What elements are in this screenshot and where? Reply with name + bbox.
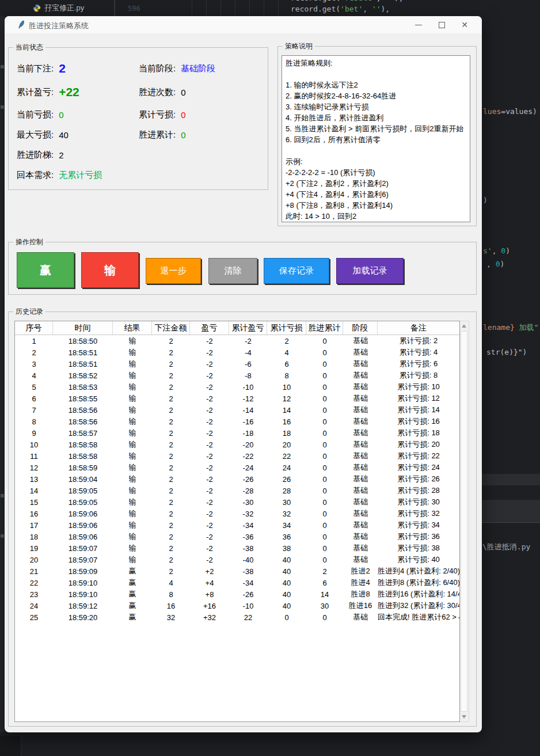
tool-strip-icon[interactable] <box>1 105 4 109</box>
cell-value: 0 <box>322 556 326 564</box>
history-row[interactable]: 1918:59:07输2-2-38380基础累计亏损: 38 <box>15 542 459 554</box>
history-row[interactable]: 1518:59:05输2-2-30300基础累计亏损: 30 <box>15 496 459 508</box>
history-cell: 基础 <box>343 335 378 347</box>
cell-value: -2 <box>245 337 252 345</box>
history-cell: 22 <box>15 577 53 588</box>
history-row[interactable]: 618:58:55输2-2-12120基础累计亏损: 12 <box>15 393 459 404</box>
history-row[interactable]: 2218:59:10赢4+4-34406胜进4胜进到8 (累计盈利: 6/40) <box>15 577 459 588</box>
history-cell: 14 <box>15 485 53 496</box>
history-cell: 5 <box>15 381 53 393</box>
load-record-button[interactable]: 加载记录 <box>336 258 404 284</box>
history-row[interactable]: 2318:59:10赢8+8-264014胜进8胜进到16 (累计盈利: 14/… <box>15 588 459 600</box>
status-item-right-0: 当前阶段:基础阶段 <box>139 60 215 77</box>
lose-button[interactable]: 输 <box>81 252 139 288</box>
history-row[interactable]: 818:58:56输2-2-16160基础累计亏损: 16 <box>15 416 459 427</box>
save-record-button[interactable]: 保存记录 <box>264 258 329 284</box>
history-row[interactable]: 318:58:51输2-2-660基础累计亏损: 6 <box>15 358 459 370</box>
cell-value: 28 <box>283 487 291 495</box>
code-token: \胜进抵消.py <box>482 542 530 551</box>
cell-value: 18:58:58 <box>69 452 98 461</box>
cell-value: 16 <box>30 510 38 518</box>
history-cell: 2 <box>152 462 190 473</box>
column-header-5[interactable]: 累计盈亏 <box>229 321 267 335</box>
step-back-button[interactable]: 退一步 <box>146 258 201 284</box>
column-header-8[interactable]: 阶段 <box>343 321 378 335</box>
history-row[interactable]: 1818:59:06输2-2-36360基础累计亏损: 36 <box>15 531 459 542</box>
scroll-up-button[interactable] <box>460 321 468 330</box>
history-row[interactable]: 2518:59:20赢32+322200基础回本完成! 胜进累计62 > 40 <box>15 611 459 623</box>
cell-value: -2 <box>206 475 213 484</box>
scroll-down-button[interactable] <box>460 712 468 721</box>
column-header-4[interactable]: 盈亏 <box>190 321 229 335</box>
history-row[interactable]: 2118:59:09赢2+2-38402胜进2胜进到4 (累计盈利: 2/40) <box>15 565 459 577</box>
history-row[interactable]: 1018:58:58输2-2-20200基础累计亏损: 20 <box>15 439 459 450</box>
history-cell: 0 <box>306 450 343 462</box>
ide-panel-splitter[interactable] <box>114 0 115 16</box>
close-button[interactable]: ✕ <box>453 16 476 33</box>
strategy-group-title: 策略说明 <box>283 41 315 51</box>
code-token: ) <box>483 196 488 204</box>
scrollbar-thumb[interactable] <box>461 331 467 712</box>
cell-value: 0 <box>284 613 288 622</box>
cell-value: -2 <box>206 498 213 507</box>
history-row[interactable]: 1418:59:05输2-2-28280基础累计亏损: 28 <box>15 485 459 496</box>
history-cell: 18:59:06 <box>53 519 113 531</box>
cell-value: 22 <box>283 452 291 461</box>
history-row[interactable]: 118:58:50输2-2-220基础累计亏损: 2 <box>15 335 459 347</box>
history-cell: 14 <box>267 404 306 416</box>
history-cell: -2 <box>190 427 229 439</box>
history-row[interactable]: 1618:59:06输2-2-32320基础累计亏损: 32 <box>15 508 459 519</box>
tool-strip-icon[interactable] <box>1 494 4 497</box>
column-header-6[interactable]: 累计亏损 <box>267 321 306 335</box>
table-scrollbar[interactable] <box>460 321 469 722</box>
history-row[interactable]: 418:58:52输2-2-880基础累计亏损: 8 <box>15 370 459 381</box>
history-row[interactable]: 518:58:53输2-2-10100基础累计亏损: 10 <box>15 381 459 393</box>
history-cell: -2 <box>190 393 229 404</box>
history-row[interactable]: 1218:58:59输2-2-24240基础累计亏损: 24 <box>15 462 459 473</box>
history-cell: 2 <box>152 358 190 370</box>
cell-value: 2 <box>322 567 326 576</box>
history-row[interactable]: 1318:59:04输2-2-26260基础累计亏损: 26 <box>15 473 459 485</box>
column-header-0[interactable]: 序号 <box>15 321 53 335</box>
history-cell: 18:58:56 <box>53 404 113 416</box>
tool-strip-icon[interactable] <box>1 534 4 538</box>
history-cell: -10 <box>229 381 267 393</box>
cell-value: 14 <box>321 590 329 599</box>
history-row[interactable]: 918:58:57输2-2-18180基础累计亏损: 18 <box>15 427 459 439</box>
column-header-1[interactable]: 时间 <box>53 321 113 335</box>
history-row[interactable]: 1118:58:58输2-2-22220基础累计亏损: 22 <box>15 450 459 462</box>
column-header-2[interactable]: 结果 <box>113 321 152 335</box>
history-cell: -2 <box>190 462 229 473</box>
history-cell: 18 <box>267 427 306 439</box>
cell-value: 输 <box>129 474 136 484</box>
maximize-button[interactable] <box>430 16 453 33</box>
cell-value: +16 <box>203 602 216 610</box>
history-cell: 0 <box>306 473 343 485</box>
history-row[interactable]: 2018:59:07输2-2-40400基础累计亏损: 40 <box>15 554 459 565</box>
history-row[interactable]: 218:58:51输2-2-440基础累计亏损: 4 <box>15 347 459 358</box>
clear-button[interactable]: 清除 <box>208 258 257 284</box>
ide-file-item[interactable]: 孖宝修正.py <box>33 2 84 14</box>
history-cell: 基础 <box>343 519 378 531</box>
history-row[interactable]: 2418:59:12赢16+16-104030胜进16胜进到32 (累计盈利: … <box>15 600 459 611</box>
history-cell: -2 <box>190 404 229 416</box>
history-row[interactable]: 1718:59:06输2-2-34340基础累计亏损: 34 <box>15 519 459 531</box>
history-cell: 19 <box>15 542 53 554</box>
tool-strip-icon[interactable] <box>1 65 4 69</box>
history-row[interactable]: 718:58:56输2-2-14140基础累计亏损: 14 <box>15 404 459 416</box>
titlebar[interactable]: 胜进投注策略系统 ✕ <box>5 16 482 33</box>
minimize-button[interactable] <box>407 16 430 33</box>
cell-value: 18:58:56 <box>69 406 98 415</box>
history-cell: 0 <box>306 611 343 623</box>
code-token: ) <box>505 246 510 255</box>
history-cell: 0 <box>306 508 343 519</box>
win-button[interactable]: 赢 <box>17 252 74 288</box>
history-cell: 输 <box>113 347 152 358</box>
code-token: 'result' <box>340 0 377 2</box>
history-cell: 11 <box>15 450 53 462</box>
code-token: ), <box>381 5 390 13</box>
history-table-rows: 118:58:50输2-2-220基础累计亏损: 2218:58:51输2-2-… <box>15 335 459 623</box>
column-header-9[interactable]: 备注 <box>378 321 459 335</box>
column-header-7[interactable]: 胜进累计 <box>306 321 343 335</box>
column-header-3[interactable]: 下注金额 <box>152 321 190 335</box>
